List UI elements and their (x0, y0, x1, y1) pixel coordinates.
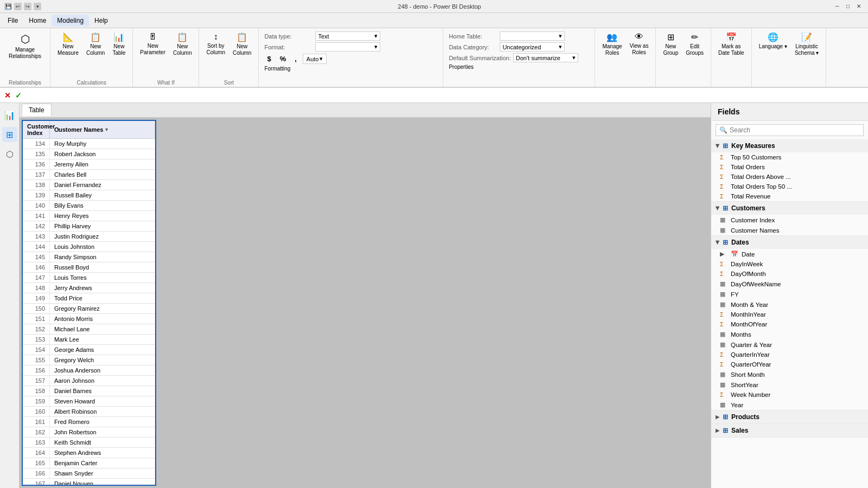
undo-icon[interactable]: ↩ (14, 3, 22, 10)
format-select[interactable]: ▾ (315, 42, 380, 52)
new-parameter-button[interactable]: 🎚 NewParameter (137, 30, 168, 57)
field-months[interactable]: ▦ Months (716, 329, 868, 339)
field-quarterofyear[interactable]: Σ QuarterOfYear (716, 359, 868, 369)
table-row[interactable]: 160 Albert Robinson (23, 407, 155, 417)
formula-cancel-icon[interactable]: ✕ (4, 91, 11, 100)
table-row[interactable]: 154 George Adams (23, 345, 155, 355)
field-section-header-customers[interactable]: ▶ ⊞ Customers (711, 202, 868, 215)
new-table-button[interactable]: 📊 NewTable (110, 30, 128, 58)
new-group-button[interactable]: ⊞ NewGroup (660, 30, 681, 58)
window-controls[interactable]: ─ □ ✕ (832, 2, 864, 11)
table-tab[interactable]: Table (22, 104, 52, 116)
table-row[interactable]: 136 Jeremy Allen (23, 159, 155, 170)
menu-modeling[interactable]: Modeling (52, 15, 89, 27)
field-weeknumber[interactable]: Σ Week Number (716, 390, 868, 400)
menu-file[interactable]: File (2, 15, 23, 27)
table-row[interactable]: 137 Charles Bell (23, 170, 155, 180)
dollar-format-button[interactable]: $ (264, 54, 273, 64)
whatif-new-column-button[interactable]: 📋 NewColumn (170, 30, 194, 58)
field-section-header-products[interactable]: ▶ ⊞ Products (711, 410, 868, 423)
field-top50-customers[interactable]: Σ Top 50 Customers (716, 152, 868, 162)
table-row[interactable]: 143 Justin Rodriguez (23, 232, 155, 242)
table-row[interactable]: 166 Shawn Snyder (23, 468, 155, 479)
table-row[interactable]: 153 Mark Lee (23, 335, 155, 345)
edit-groups-button[interactable]: ✏ EditGroups (683, 30, 706, 58)
table-row[interactable]: 167 Daniel Nguyen (23, 479, 155, 486)
table-row[interactable]: 150 Gregory Ramirez (23, 304, 155, 314)
table-row[interactable]: 140 Billy Evans (23, 201, 155, 211)
title-bar-quick-access[interactable]: 💾 ↩ ↪ ▾ (4, 3, 41, 10)
table-row[interactable]: 146 Russell Boyd (23, 262, 155, 273)
data-view-icon[interactable]: ⊞ (2, 127, 17, 142)
field-total-orders-above[interactable]: Σ Total Orders Above ... (716, 172, 868, 182)
table-row[interactable]: 165 Benjamin Carter (23, 458, 155, 468)
table-row[interactable]: 134 Roy Murphy (23, 139, 155, 149)
mark-date-table-button[interactable]: 📅 Mark asDate Table (716, 30, 747, 58)
new-column-button[interactable]: 📋 NewColumn (84, 30, 107, 58)
field-year[interactable]: ▦ Year (716, 400, 868, 410)
search-input[interactable] (730, 126, 860, 134)
field-section-header-sales[interactable]: ▶ ⊞ Sales (711, 424, 868, 437)
table-row[interactable]: 156 Joshua Anderson (23, 365, 155, 376)
table-row[interactable]: 163 Keith Schmidt (23, 438, 155, 448)
sort-new-column-button[interactable]: 📋 NewColumn (230, 30, 254, 58)
formula-confirm-icon[interactable]: ✓ (15, 91, 22, 100)
table-row[interactable]: 148 Jerry Andrews (23, 283, 155, 293)
summarization-select[interactable]: Don't summarize ▾ (513, 53, 578, 62)
field-section-header-dates[interactable]: ▶ ⊞ Dates (711, 236, 868, 249)
field-shortyear[interactable]: ▦ ShortYear (716, 380, 868, 390)
manage-roles-button[interactable]: 👥 ManageRoles (599, 30, 624, 58)
linguistic-schema-button[interactable]: 📝 LinguisticSchema ▾ (792, 30, 821, 58)
redo-icon[interactable]: ↪ (24, 3, 31, 10)
table-row[interactable]: 142 Phillip Harvey (23, 221, 155, 232)
field-customer-names[interactable]: ▦ Customer Names (716, 225, 868, 235)
header-customer-names[interactable]: Customer Names ▾ (50, 121, 155, 138)
table-row[interactable]: 139 Russell Bailey (23, 190, 155, 201)
percent-format-button[interactable]: % (277, 54, 289, 64)
field-dayinweek[interactable]: Σ DayInWeek (716, 259, 868, 269)
table-row[interactable]: 141 Henry Reyes (23, 211, 155, 221)
minimize-button[interactable]: ─ (832, 2, 842, 11)
field-quarterinyear[interactable]: Σ QuarterInYear (716, 350, 868, 359)
table-row[interactable]: 138 Daniel Fernandez (23, 180, 155, 190)
table-row[interactable]: 135 Robert Jackson (23, 149, 155, 159)
close-button[interactable]: ✕ (854, 2, 864, 11)
view-as-roles-button[interactable]: 👁 View asRoles (627, 30, 652, 57)
manage-relationships-button[interactable]: ⬡ ManageRelationships (4, 30, 46, 62)
data-type-select[interactable]: Text ▾ (315, 31, 380, 41)
new-measure-button[interactable]: 📐 NewMeasure (55, 30, 81, 58)
field-quarter-year[interactable]: ▦ Quarter & Year (716, 339, 868, 350)
field-section-header-key-measures[interactable]: ▶ ⊞ Key Measures (711, 139, 868, 152)
search-box[interactable]: 🔍 (716, 124, 864, 136)
table-row[interactable]: 147 Louis Torres (23, 273, 155, 283)
maximize-button[interactable]: □ (843, 2, 853, 11)
table-row[interactable]: 145 Randy Simpson (23, 252, 155, 262)
table-row[interactable]: 162 John Robertson (23, 427, 155, 438)
field-short-month[interactable]: ▦ Short Month (716, 369, 868, 380)
save-icon[interactable]: 💾 (4, 3, 12, 10)
field-monthinyear[interactable]: Σ MonthInYear (716, 310, 868, 319)
table-row[interactable]: 144 Louis Johnston (23, 242, 155, 252)
field-customer-index[interactable]: ▦ Customer Index (716, 215, 868, 225)
home-table-select[interactable]: ▾ (500, 31, 565, 41)
field-total-revenue[interactable]: Σ Total Revenue (716, 191, 868, 201)
table-row[interactable]: 158 Daniel Barnes (23, 386, 155, 396)
field-total-orders-top50[interactable]: Σ Total Orders Top 50 ... (716, 182, 868, 191)
menu-home[interactable]: Home (23, 15, 52, 27)
field-dayofmonth[interactable]: Σ DayOfMonth (716, 269, 868, 279)
data-category-select[interactable]: Uncategorized ▾ (500, 42, 565, 52)
model-view-icon[interactable]: ⬡ (2, 146, 17, 162)
header-customer-index[interactable]: Customer Index ▾ (23, 121, 50, 138)
field-monthofyear[interactable]: Σ MonthOfYear (716, 319, 868, 329)
field-dayofweekname[interactable]: ▦ DayOfWeekName (716, 279, 868, 289)
table-row[interactable]: 159 Steven Howard (23, 396, 155, 407)
formula-input[interactable] (26, 92, 864, 99)
table-row[interactable]: 149 Todd Price (23, 293, 155, 304)
report-view-icon[interactable]: 📊 (2, 107, 17, 123)
table-row[interactable]: 152 Michael Lane (23, 324, 155, 335)
table-row[interactable]: 157 Aaron Johnson (23, 376, 155, 386)
table-row[interactable]: 155 Gregory Welch (23, 355, 155, 365)
table-row[interactable]: 161 Fred Romero (23, 417, 155, 427)
field-fy[interactable]: ▦ FY (716, 289, 868, 299)
field-total-orders[interactable]: Σ Total Orders (716, 162, 868, 172)
